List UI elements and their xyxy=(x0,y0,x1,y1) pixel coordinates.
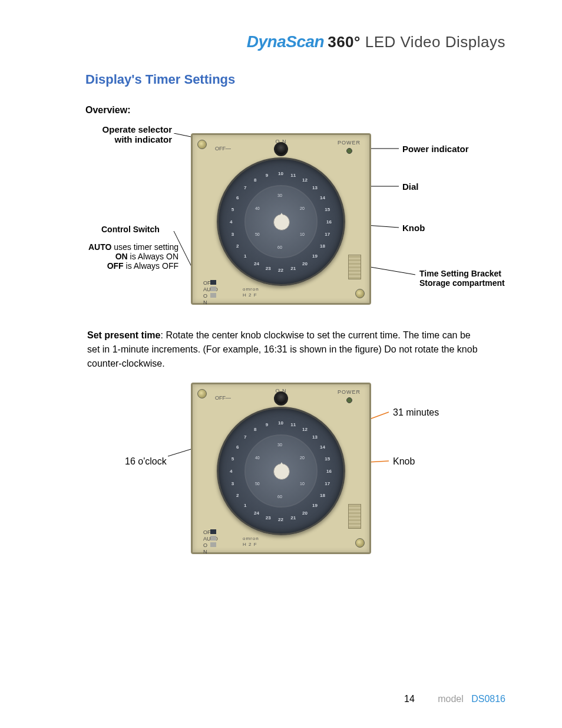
device-brand: omron H 2 F xyxy=(243,286,259,298)
overview-label: Overview: xyxy=(0,87,562,116)
bracket-storage xyxy=(348,504,361,529)
timer-device: O N OFF— POWER 1314151617181920212223241… xyxy=(191,383,371,554)
operate-selector-switch[interactable] xyxy=(274,391,288,406)
screw-icon xyxy=(197,389,207,398)
operate-selector-switch[interactable] xyxy=(274,142,288,156)
timer-dial[interactable]: 131415161718192021222324123456789101112 … xyxy=(217,157,345,286)
screw-icon xyxy=(197,140,207,149)
product-name: 360° xyxy=(328,33,361,51)
timer-dial[interactable]: 131415161718192021222324123456789101112 … xyxy=(217,407,345,535)
power-indicator-led xyxy=(346,148,352,154)
document-page: DynaScan 360° LED Video Displays Display… xyxy=(0,0,562,728)
bracket-storage xyxy=(348,255,361,279)
brand-logo: DynaScan xyxy=(247,32,324,51)
page-header: DynaScan 360° LED Video Displays xyxy=(0,0,562,51)
device-power-label: POWER xyxy=(338,389,361,395)
timer-device: O N OFF— POWER 1314151617181920212223241… xyxy=(191,133,371,305)
center-knob[interactable] xyxy=(273,214,290,230)
instruction-paragraph: Set present time: Rotate the center knob… xyxy=(0,305,562,371)
device-off-label: OFF— xyxy=(215,146,231,151)
page-number: 14 xyxy=(404,694,415,704)
tagline: LED Video Displays xyxy=(361,33,505,51)
model-number: DS0816 xyxy=(471,694,505,704)
figure-overview: Operate selector with indicator Control … xyxy=(87,133,475,305)
svg-line-5 xyxy=(363,266,415,275)
center-knob[interactable] xyxy=(273,463,290,480)
device-brand: omron H 2 F xyxy=(243,536,259,548)
device-off-label: OFF— xyxy=(215,395,231,401)
figure-example: 16 o'clock 31 minutes Knob O N OFF— POWE… xyxy=(87,383,475,554)
page-footer: 14 model DS0816 xyxy=(404,694,505,704)
control-switch[interactable]: OFF AUTO O N xyxy=(202,279,216,298)
section-heading: Display's Timer Settings xyxy=(0,51,562,87)
device-power-label: POWER xyxy=(338,140,361,146)
control-switch[interactable]: OFF AUTO O N xyxy=(202,528,216,548)
model-label: model xyxy=(438,694,464,704)
power-indicator-led xyxy=(346,397,352,403)
screw-icon xyxy=(355,538,365,548)
screw-icon xyxy=(355,289,365,298)
